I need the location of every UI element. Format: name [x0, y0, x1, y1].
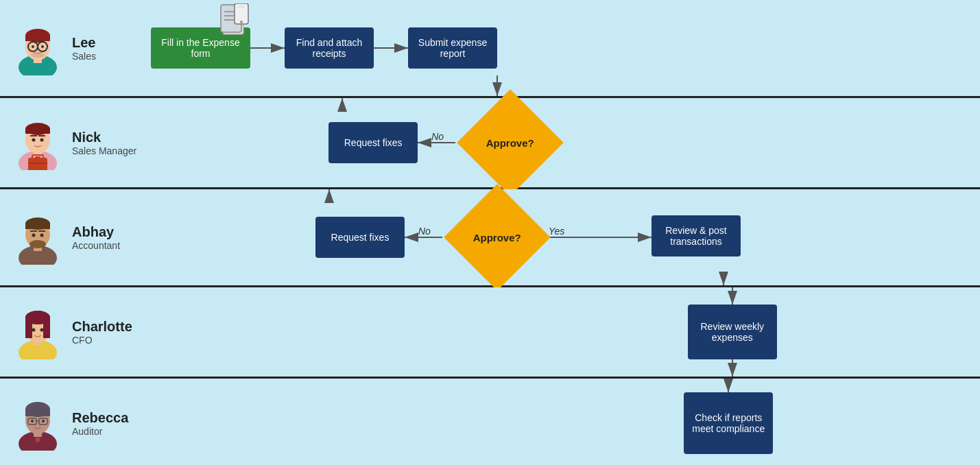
avatar-nick [10, 115, 65, 170]
actor-role-lee: Sales [72, 51, 96, 62]
lane-content-abhay: No Yes Request fixes Approve? Review & p… [130, 189, 980, 285]
avatar-rebecca [10, 396, 65, 451]
actor-name-nick: Nick [72, 130, 136, 145]
lane-content-lee: Fill in the Expense form Find and attach [130, 0, 980, 96]
find-receipts-box: Find and attach receipts [285, 27, 374, 69]
actor-charlotte: Charlotte CFO [0, 298, 139, 366]
request-fixes-abhay-box: Request fixes [315, 217, 405, 258]
approve-nick-diamond: Approve? [473, 105, 548, 180]
receipt-icon [219, 3, 250, 40]
lane-content-charlotte: Review weekly expenses [139, 287, 980, 377]
actor-name-lee: Lee [72, 35, 96, 51]
svg-point-26 [240, 21, 243, 23]
actor-info-rebecca: Rebecca Auditor [72, 410, 128, 437]
actor-role-nick: Sales Manager [72, 145, 136, 156]
svg-point-82 [31, 420, 34, 422]
svg-point-11 [41, 45, 44, 48]
actor-rebecca: Rebecca Auditor [0, 389, 135, 457]
submit-report-box: Submit expense report [408, 27, 497, 69]
check-compliance-box: Check if reports meet compliance [684, 392, 773, 454]
avatar-abhay [10, 210, 65, 265]
actor-name-charlotte: Charlotte [72, 319, 132, 335]
actor-role-charlotte: CFO [72, 335, 132, 346]
swimlane-lee: Lee Sales Fill in the Expense form [0, 0, 980, 98]
svg-point-12 [31, 52, 45, 58]
actor-info-charlotte: Charlotte CFO [72, 319, 132, 346]
svg-rect-50 [25, 223, 50, 229]
actor-abhay: Abhay Accountant [0, 203, 130, 272]
actor-info-lee: Lee Sales [72, 35, 96, 62]
svg-point-68 [25, 311, 50, 324]
svg-point-69 [32, 329, 36, 332]
svg-point-34 [32, 139, 36, 142]
svg-point-10 [32, 45, 34, 48]
actor-name-rebecca: Rebecca [72, 410, 128, 426]
actor-info-nick: Nick Sales Manager [72, 130, 136, 156]
avatar-charlotte [10, 305, 65, 359]
review-post-box: Review & post transactions [652, 215, 741, 257]
svg-rect-78 [25, 409, 50, 416]
swimlane-nick: Nick Sales Manager No Yes [0, 98, 980, 189]
swimlane-abhay: Abhay Accountant No Yes [0, 189, 980, 287]
no-label-abhay: No [418, 226, 431, 237]
actor-lee: Lee Sales [0, 14, 130, 82]
actor-role-rebecca: Auditor [72, 426, 128, 437]
svg-rect-4 [25, 36, 50, 41]
actor-name-abhay: Abhay [72, 224, 120, 240]
no-label-nick: No [431, 131, 444, 142]
swimlane-rebecca: Rebecca Auditor Check if reports meet co… [0, 379, 980, 465]
avatar-lee [10, 21, 65, 75]
yes-label-abhay: Yes [549, 226, 564, 237]
actor-role-abhay: Accountant [72, 240, 120, 251]
svg-point-53 [40, 234, 44, 237]
svg-point-83 [42, 420, 45, 422]
svg-rect-33 [25, 128, 50, 134]
lane-content-rebecca: Check if reports meet compliance [135, 379, 980, 465]
svg-point-51 [29, 240, 46, 248]
svg-rect-38 [28, 158, 47, 170]
svg-point-85 [36, 438, 40, 442]
review-weekly-box: Review weekly expenses [688, 305, 777, 359]
lane-content-nick: No Yes Request fixes Approve? [143, 98, 980, 187]
actor-info-abhay: Abhay Accountant [72, 224, 120, 251]
approve-abhay-diamond: Approve? [459, 200, 535, 275]
svg-point-35 [40, 139, 44, 142]
swimlane-charlotte: Charlotte CFO Review weekly expenses [0, 287, 980, 379]
request-fixes-nick-box: Request fixes [328, 122, 418, 163]
svg-point-52 [32, 234, 36, 237]
svg-point-70 [40, 329, 44, 332]
actor-nick: Nick Sales Manager [0, 108, 143, 177]
